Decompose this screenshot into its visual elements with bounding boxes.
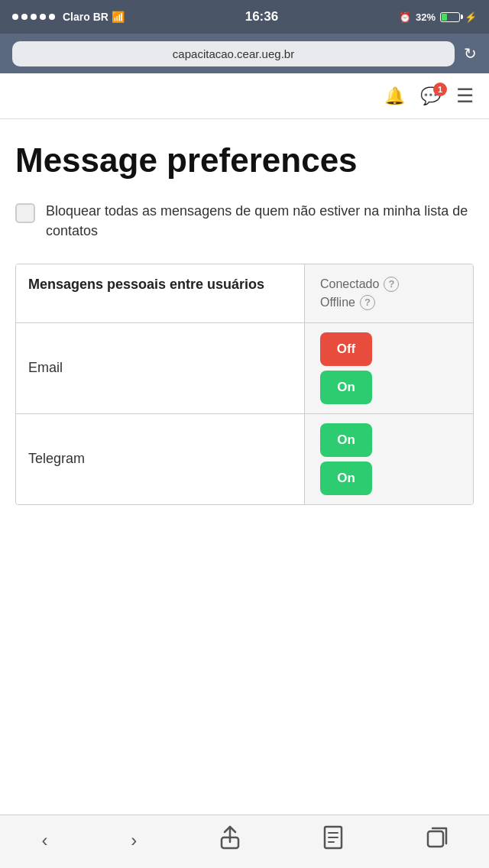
block-messages-label: Bloquear todas as mensagens de quem não … bbox=[46, 202, 474, 240]
prefs-table: Mensagens pessoais entre usuários Conect… bbox=[15, 264, 474, 505]
telegram-conectado-toggle[interactable]: On bbox=[320, 423, 372, 457]
url-bar: ↻ bbox=[0, 34, 489, 73]
url-input[interactable] bbox=[12, 41, 455, 66]
svg-rect-2 bbox=[428, 831, 443, 847]
header-label: Mensagens pessoais entre usuários bbox=[28, 277, 264, 292]
email-controls: Off On bbox=[305, 323, 473, 413]
bottom-toolbar: ‹ › bbox=[0, 815, 489, 868]
battery-percent: 32% bbox=[416, 11, 436, 23]
notification-badge: 1 bbox=[433, 83, 447, 96]
conectado-help-icon[interactable]: ? bbox=[384, 277, 399, 292]
back-button[interactable]: ‹ bbox=[34, 827, 55, 854]
table-header-right: Conectado ? Offline ? bbox=[305, 264, 473, 322]
offline-label: Offline ? bbox=[320, 295, 375, 310]
telegram-controls: On On bbox=[305, 414, 473, 504]
block-messages-row: Bloquear todas as mensagens de quem não … bbox=[15, 202, 474, 240]
email-label: Email bbox=[16, 323, 305, 413]
refresh-icon[interactable]: ↻ bbox=[464, 44, 477, 63]
status-time: 16:36 bbox=[245, 9, 278, 24]
conectado-label: Conectado ? bbox=[320, 277, 399, 292]
page-title: Message preferences bbox=[15, 142, 474, 179]
menu-icon[interactable]: ☰ bbox=[456, 84, 474, 108]
forward-button[interactable]: › bbox=[123, 827, 144, 854]
charging-icon: ⚡ bbox=[465, 11, 477, 23]
alarm-icon: ⏰ bbox=[399, 11, 411, 23]
telegram-label: Telegram bbox=[16, 414, 305, 504]
table-row: Telegram On On bbox=[16, 414, 473, 504]
battery-icon bbox=[440, 12, 460, 22]
messages-icon[interactable]: 💬 1 bbox=[420, 86, 441, 106]
main-content: Message preferences Bloquear todas as me… bbox=[0, 119, 489, 520]
status-bar: Claro BR 📶 16:36 ⏰ 32% ⚡ bbox=[0, 0, 489, 34]
carrier-label: Claro BR bbox=[63, 11, 108, 23]
status-left: Claro BR 📶 bbox=[12, 11, 125, 23]
bookmarks-button[interactable] bbox=[316, 822, 351, 858]
table-header: Mensagens pessoais entre usuários Conect… bbox=[16, 264, 473, 323]
table-row: Email Off On bbox=[16, 323, 473, 414]
signal-dots bbox=[12, 14, 55, 20]
table-header-left: Mensagens pessoais entre usuários bbox=[16, 264, 305, 322]
share-button[interactable] bbox=[212, 822, 248, 858]
block-messages-checkbox[interactable] bbox=[15, 203, 35, 223]
notification-bell[interactable]: 🔔 bbox=[384, 86, 405, 106]
top-nav: 🔔 💬 1 ☰ bbox=[0, 73, 489, 119]
offline-help-icon[interactable]: ? bbox=[360, 295, 375, 310]
telegram-offline-toggle[interactable]: On bbox=[320, 462, 372, 495]
wifi-icon: 📶 bbox=[112, 11, 125, 23]
tabs-button[interactable] bbox=[419, 824, 455, 857]
status-right: ⏰ 32% ⚡ bbox=[399, 11, 477, 23]
email-conectado-toggle[interactable]: Off bbox=[320, 332, 372, 366]
email-offline-toggle[interactable]: On bbox=[320, 371, 372, 404]
